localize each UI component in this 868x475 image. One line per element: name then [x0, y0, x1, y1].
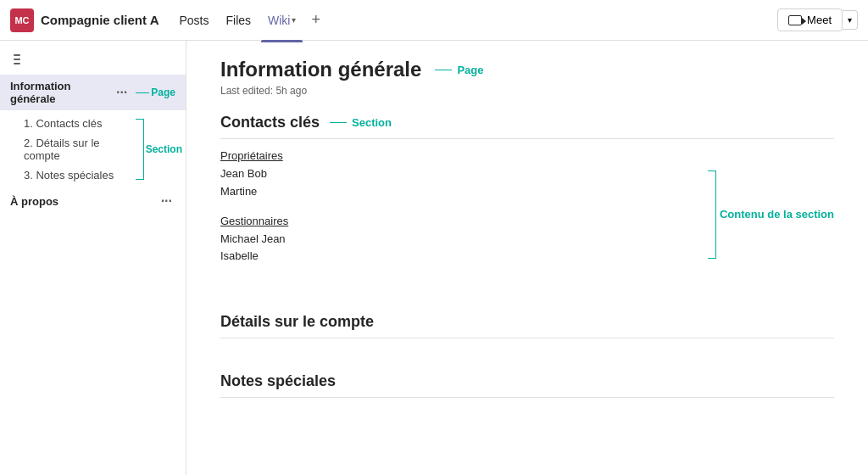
content-bracket-vert	[715, 171, 716, 258]
camera-icon	[788, 15, 802, 25]
meet-button[interactable]: Meet	[777, 8, 843, 31]
section-details-heading-row: Détails sur le compte	[220, 313, 834, 331]
page-bracket-line	[435, 70, 452, 70]
hamburger-button[interactable]	[0, 48, 34, 71]
subsection-gestionnaires: Gestionnaires Michael Jean Isabelle	[220, 215, 704, 266]
sidebar-section-details[interactable]: 2. Détails sur le compte	[17, 133, 136, 165]
content-bracket-bottom	[708, 258, 716, 259]
top-nav: Posts Files Wiki ▾ +	[172, 10, 326, 31]
gestionnaires-item-2: Isabelle	[220, 248, 704, 265]
sidebar-section-contacts[interactable]: 1. Contacts clés	[17, 114, 136, 133]
page-annotation-text: Page	[457, 64, 483, 76]
company-name: Compagnie client A	[41, 13, 159, 27]
section-notes-divider	[220, 397, 834, 398]
topbar: MC Compagnie client A Posts Files Wiki ▾…	[0, 0, 868, 41]
gestionnaires-item-1: Michael Jean	[220, 231, 704, 249]
section-annotation-label: Section	[146, 143, 182, 155]
section-annotation: Section	[330, 116, 392, 129]
bracket-line	[136, 92, 149, 93]
section-notes: Notes spéciales	[220, 372, 834, 398]
contacts-subsections: Propriétaires Jean Bob Martine Gestionna…	[220, 149, 704, 279]
section-divider	[220, 138, 834, 139]
add-tab-button[interactable]: +	[306, 11, 326, 29]
page-title-row: Information générale Page	[220, 58, 834, 81]
section-details-divider	[220, 338, 834, 338]
page-more-button[interactable]: ···	[113, 85, 131, 100]
avatar: MC	[10, 8, 34, 32]
sections-with-bracket: 1. Contacts clés 2. Détails sur le compt…	[0, 110, 186, 188]
about-more-button[interactable]: ···	[158, 193, 175, 209]
section-contacts-title: Contacts clés	[220, 114, 320, 131]
bracket-bottom	[136, 179, 144, 180]
sidebar-item-a-propos[interactable]: À propos ···	[0, 188, 186, 214]
section-bracket	[136, 110, 144, 188]
proprietaires-item-1: Jean Bob	[220, 165, 704, 183]
content-annotation-label: Contenu de la section	[720, 208, 834, 221]
page-annotation-bracket: Page	[136, 87, 175, 98]
nav-wiki[interactable]: Wiki ▾	[261, 10, 303, 31]
section-annotation-text: Section	[352, 116, 392, 129]
proprietaires-item-2: Martine	[220, 183, 704, 201]
section-details-title: Détails sur le compte	[220, 313, 374, 331]
last-edited: Last edited: 5h ago	[220, 85, 834, 97]
sidebar-item-information-generale[interactable]: Information générale ··· Page	[0, 75, 186, 110]
section-contacts: Contacts clés Section Propriétaires Jean…	[220, 114, 834, 279]
bracket-vert	[143, 120, 144, 179]
section-bracket-line	[330, 122, 347, 123]
section-bracket-container: Section	[136, 110, 182, 188]
sidebar-sections: 1. Contacts clés 2. Détails sur le compt…	[0, 110, 136, 188]
proprietaires-title: Propriétaires	[220, 149, 704, 162]
nav-files[interactable]: Files	[219, 10, 258, 31]
section-notes-heading-row: Notes spéciales	[220, 372, 834, 390]
main-layout: Information générale ··· Page 1. Contact…	[0, 41, 868, 475]
sidebar-section-notes[interactable]: 3. Notes spéciales	[17, 165, 136, 185]
page-annotation-label: Page	[151, 87, 175, 98]
content-bracket	[708, 164, 716, 265]
contacts-content-row: Propriétaires Jean Bob Martine Gestionna…	[220, 149, 834, 279]
content-area: Information générale Page Last edited: 5…	[186, 41, 868, 475]
gestionnaires-title: Gestionnaires	[220, 215, 704, 227]
sidebar: Information générale ··· Page 1. Contact…	[0, 41, 186, 475]
section-contacts-heading-row: Contacts clés Section	[220, 114, 834, 131]
meet-dropdown-button[interactable]: ▾	[843, 10, 858, 30]
nav-posts[interactable]: Posts	[172, 10, 215, 31]
subsection-proprietaires: Propriétaires Jean Bob Martine	[220, 149, 704, 201]
content-bracket-container: Contenu de la section	[708, 149, 834, 279]
chevron-down-icon: ▾	[292, 15, 296, 25]
section-details: Détails sur le compte	[220, 313, 834, 338]
section-notes-title: Notes spéciales	[220, 372, 336, 390]
page-annotation: Page	[435, 64, 483, 76]
page-title: Information générale	[220, 58, 421, 81]
